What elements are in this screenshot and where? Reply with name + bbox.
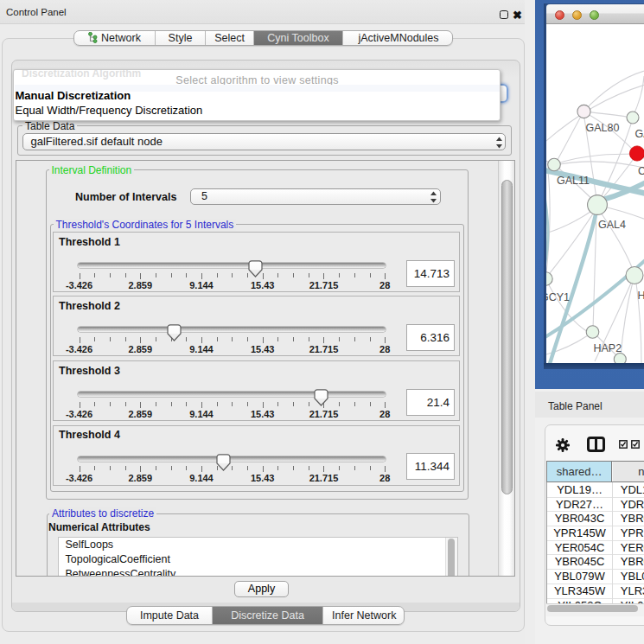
svg-text:GAL7: GAL7 — [634, 127, 644, 139]
svg-text:GAL4: GAL4 — [598, 219, 626, 231]
svg-text:GAL80: GAL80 — [585, 122, 619, 134]
svg-text:HIS4: HIS4 — [637, 289, 644, 301]
svg-text:GAL11: GAL11 — [557, 175, 590, 187]
svg-text:GCY1: GCY1 — [546, 290, 570, 303]
svg-text:HAP2: HAP2 — [593, 342, 622, 354]
svg-text:CRM1: CRM1 — [638, 165, 644, 177]
